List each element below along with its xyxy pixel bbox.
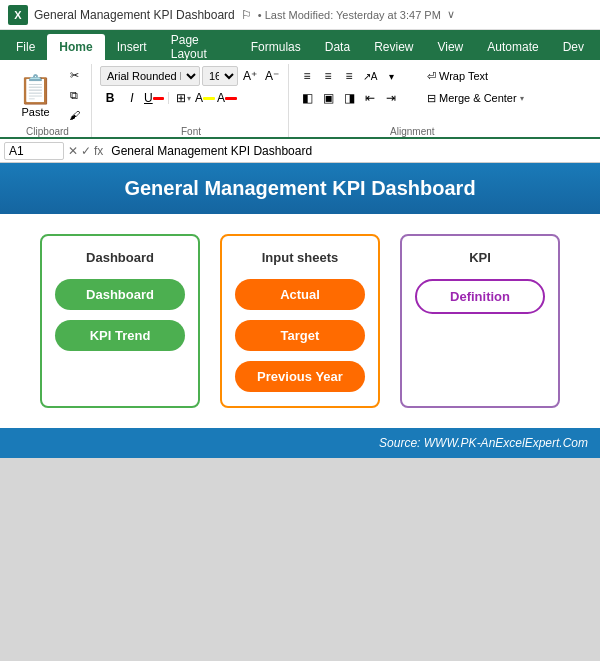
chevron-title-icon[interactable]: ∨ — [447, 8, 455, 21]
align-top-right-button[interactable]: ≡ — [339, 66, 359, 86]
font-color-swatch — [225, 97, 237, 100]
font-name-select[interactable]: Arial Rounded MT — [100, 66, 200, 86]
kpi-trend-button[interactable]: KPI Trend — [55, 320, 185, 351]
input-sheets-card: Input sheets Actual Target Previous Year — [220, 234, 380, 408]
angle-text-button[interactable]: ↗A — [360, 66, 380, 86]
formula-icons: ✕ ✓ fx — [68, 144, 103, 158]
dashboard-card: Dashboard Dashboard KPI Trend — [40, 234, 200, 408]
align-top-center-button[interactable]: ≡ — [318, 66, 338, 86]
wrap-text-label: Wrap Text — [439, 70, 488, 82]
decrease-indent-button[interactable]: ⇤ — [360, 88, 380, 108]
alignment-content: ≡ ≡ ≡ ↗A ▾ ⏎ Wrap Text ◧ ▣ ◨ ⇤ ⇥ ⊟ — [297, 66, 528, 124]
tab-dev[interactable]: Dev — [551, 34, 596, 60]
borders-icon: ⊞ — [176, 91, 186, 105]
font-content: Arial Rounded MT 16 A⁺ A⁻ B I U ⊞ ▾ — [100, 66, 282, 124]
confirm-formula-icon[interactable]: ✓ — [81, 144, 91, 158]
italic-button[interactable]: I — [122, 88, 142, 108]
merge-icon: ⊟ — [427, 92, 436, 105]
align-top-left-button[interactable]: ≡ — [297, 66, 317, 86]
underline-color — [153, 97, 164, 100]
font-divider — [168, 92, 169, 104]
clipboard-small-icons: ✂ ⧉ 🖌 — [63, 66, 85, 124]
borders-button[interactable]: ⊞ ▾ — [173, 88, 193, 108]
workbook-title: General Management KPI Dashboard — [34, 8, 235, 22]
previous-year-button[interactable]: Previous Year — [235, 361, 365, 392]
increase-indent-button[interactable]: ⇥ — [381, 88, 401, 108]
increase-font-button[interactable]: A⁺ — [240, 66, 260, 86]
kpi-card-title: KPI — [469, 250, 491, 265]
font-row2: B I U ⊞ ▾ A A — [100, 88, 237, 108]
underline-button[interactable]: U — [144, 88, 164, 108]
cell-reference-input[interactable] — [4, 142, 64, 160]
alignment-label: Alignment — [297, 124, 528, 137]
alignment-row2: ◧ ▣ ◨ ⇤ ⇥ ⊟ Merge & Center ▾ — [297, 88, 528, 108]
actual-button[interactable]: Actual — [235, 279, 365, 310]
clipboard-content: 📋 Paste ✂ ⧉ 🖌 — [10, 66, 85, 124]
share-icon: ⚐ — [241, 8, 252, 22]
bold-button[interactable]: B — [100, 88, 120, 108]
align-center-button[interactable]: ▣ — [318, 88, 338, 108]
formula-bar: ✕ ✓ fx — [0, 139, 600, 163]
borders-chevron-icon: ▾ — [187, 94, 191, 103]
merge-center-button[interactable]: ⊟ Merge & Center ▾ — [423, 90, 528, 107]
tab-insert[interactable]: Insert — [105, 34, 159, 60]
decrease-font-button[interactable]: A⁻ — [262, 66, 282, 86]
sheet-area: General Management KPI Dashboard Dashboa… — [0, 163, 600, 458]
gray-area — [0, 458, 600, 618]
cards-container: Dashboard Dashboard KPI Trend Input shee… — [0, 214, 600, 408]
clipboard-group: 📋 Paste ✂ ⧉ 🖌 Clipboard — [4, 64, 92, 137]
kpi-card: KPI Definition — [400, 234, 560, 408]
title-bar: X General Management KPI Dashboard ⚐ • L… — [0, 0, 600, 30]
ribbon-tabs: File Home Insert Page Layout Formulas Da… — [0, 30, 600, 60]
alignment-group: ≡ ≡ ≡ ↗A ▾ ⏎ Wrap Text ◧ ▣ ◨ ⇤ ⇥ ⊟ — [291, 64, 534, 137]
definition-button[interactable]: Definition — [415, 279, 545, 314]
fill-color-icon: A — [195, 91, 203, 105]
format-painter-button[interactable]: 🖌 — [63, 106, 85, 124]
ribbon-toolbar: 📋 Paste ✂ ⧉ 🖌 Clipboard Arial Rounded MT… — [0, 60, 600, 139]
cancel-formula-icon[interactable]: ✕ — [68, 144, 78, 158]
chevron-align-icon[interactable]: ▾ — [381, 66, 401, 86]
paste-icon: 📋 — [18, 73, 53, 106]
font-color-icon: A — [217, 91, 225, 105]
fill-color-swatch — [203, 97, 215, 100]
dashboard-title: General Management KPI Dashboard — [0, 177, 600, 200]
font-color-button[interactable]: A — [217, 88, 237, 108]
cut-button[interactable]: ✂ — [63, 66, 85, 84]
wrap-text-button[interactable]: ⏎ Wrap Text — [423, 68, 492, 85]
align-right-button[interactable]: ◨ — [339, 88, 359, 108]
wrap-text-icon: ⏎ — [427, 70, 436, 83]
alignment-row1: ≡ ≡ ≡ ↗A ▾ ⏎ Wrap Text — [297, 66, 492, 86]
tab-file[interactable]: File — [4, 34, 47, 60]
clipboard-label: Clipboard — [10, 124, 85, 137]
input-sheets-card-title: Input sheets — [262, 250, 339, 265]
paste-label: Paste — [21, 106, 49, 118]
sheet-bottom-padding — [0, 408, 600, 428]
tab-formulas[interactable]: Formulas — [239, 34, 313, 60]
merge-chevron-icon: ▾ — [520, 94, 524, 103]
insert-function-icon[interactable]: fx — [94, 144, 103, 158]
font-label: Font — [100, 124, 282, 137]
fill-color-button[interactable]: A — [195, 88, 215, 108]
formula-input[interactable] — [107, 144, 596, 158]
tab-page-layout[interactable]: Page Layout — [159, 34, 239, 60]
tab-automate[interactable]: Automate — [475, 34, 550, 60]
copy-button[interactable]: ⧉ — [63, 86, 85, 104]
tab-view[interactable]: View — [425, 34, 475, 60]
tab-review[interactable]: Review — [362, 34, 425, 60]
target-button[interactable]: Target — [235, 320, 365, 351]
dashboard-card-title: Dashboard — [86, 250, 154, 265]
paste-button[interactable]: 📋 Paste — [10, 69, 61, 122]
align-left-button[interactable]: ◧ — [297, 88, 317, 108]
dashboard-header: General Management KPI Dashboard — [0, 163, 600, 214]
excel-icon: X — [8, 5, 28, 25]
font-row1: Arial Rounded MT 16 A⁺ A⁻ — [100, 66, 282, 86]
font-size-select[interactable]: 16 — [202, 66, 238, 86]
sheet-footer: Source: WWW.PK-AnExcelExpert.Com — [0, 428, 600, 458]
tab-data[interactable]: Data — [313, 34, 362, 60]
last-modified: • Last Modified: Yesterday at 3:47 PM — [258, 9, 441, 21]
font-group: Arial Rounded MT 16 A⁺ A⁻ B I U ⊞ ▾ — [94, 64, 289, 137]
dashboard-button[interactable]: Dashboard — [55, 279, 185, 310]
merge-label: Merge & Center — [439, 92, 517, 104]
tab-home[interactable]: Home — [47, 34, 104, 60]
footer-source-text: Source: WWW.PK-AnExcelExpert.Com — [379, 436, 588, 450]
